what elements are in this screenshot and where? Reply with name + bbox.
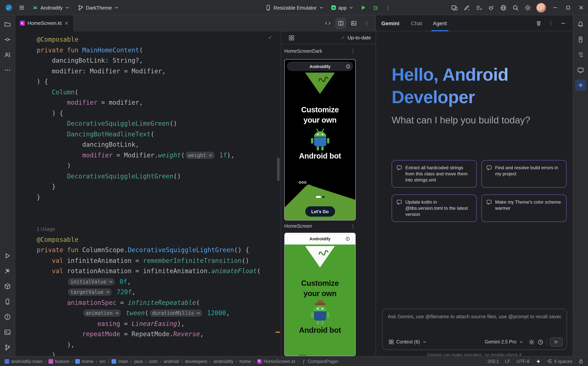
- code-line: [37, 213, 281, 223]
- editor-more-button[interactable]: ⋮: [361, 17, 373, 29]
- lets-go-button[interactable]: Let's Go: [305, 206, 335, 217]
- vcs-branch-selector[interactable]: DarkTheme: [75, 3, 122, 12]
- run-configuration-selector[interactable]: app: [328, 3, 357, 12]
- toolstrip-item-dependencies[interactable]: [2, 280, 13, 292]
- line-separator[interactable]: LF: [505, 358, 511, 364]
- settings-button[interactable]: [522, 2, 533, 13]
- suggestion-card-update-kotlin[interactable]: Update kotlin in @libs.version.toml to t…: [392, 194, 477, 222]
- breadcrumb-item[interactable]: developers: [185, 358, 207, 364]
- toolstrip-item-version-control[interactable]: [2, 342, 13, 353]
- breadcrumb-item[interactable]: src: [99, 358, 106, 364]
- preview-layout-icon[interactable]: [286, 32, 297, 43]
- breadcrumb-item[interactable]: java: [134, 358, 143, 364]
- breadcrumb-item[interactable]: ƒCompactPager: [301, 358, 338, 364]
- suggestion-card-build-errors[interactable]: Find and resolve build errors in my proj…: [481, 160, 567, 188]
- toolstrip-item-terminal[interactable]: [2, 326, 13, 338]
- breadcrumb-item[interactable]: androidify-main: [5, 358, 42, 364]
- context-selector[interactable]: Context (6): [386, 338, 429, 346]
- preview-more-button[interactable]: ⋮: [350, 223, 356, 229]
- tab-chat[interactable]: Chat: [405, 15, 428, 31]
- search-icon: [512, 4, 519, 11]
- editor-scrollbar[interactable]: [277, 157, 280, 181]
- toolstrip-item-project[interactable]: [2, 18, 13, 30]
- ai-pen-icon[interactable]: [461, 2, 472, 13]
- inspection-status-icon[interactable]: ✓: [268, 34, 272, 40]
- breadcrumb-item[interactable]: home: [240, 358, 251, 364]
- model-selector[interactable]: Gemini 2.5 Pro: [482, 338, 526, 346]
- main-menu-button[interactable]: [16, 2, 28, 13]
- history-button[interactable]: [538, 339, 543, 345]
- design-view-button[interactable]: [348, 17, 359, 29]
- user-avatar[interactable]: [536, 3, 546, 12]
- ai-status-icon[interactable]: [536, 358, 541, 364]
- indent-widget[interactable]: 4 spaces: [547, 358, 572, 364]
- toolstrip-item-build[interactable]: [2, 265, 13, 277]
- left-toolstrip: [0, 15, 15, 356]
- toolstrip-item-problems[interactable]: [2, 311, 13, 322]
- gemini-more-button[interactable]: ⋮: [545, 17, 557, 29]
- toolstrip-item-structure[interactable]: [575, 49, 586, 60]
- suggestion-card-extract-strings[interactable]: Extract all hardcoded strings from this …: [392, 160, 477, 188]
- breadcrumb-item[interactable]: com: [149, 358, 157, 364]
- preview-phone-homescreendark[interactable]: Androidify Customize your own Android bo…: [284, 59, 356, 221]
- breadcrumb-item[interactable]: home: [76, 358, 93, 364]
- file-encoding[interactable]: UTF-8: [517, 358, 530, 364]
- ai-debug-icon[interactable]: [485, 2, 497, 13]
- toolstrip-item-device-explorer[interactable]: [575, 34, 586, 45]
- toolstrip-item-run[interactable]: [2, 250, 13, 261]
- ai-network-icon[interactable]: [497, 2, 509, 13]
- caret-position[interactable]: 255:1: [488, 358, 499, 364]
- toolstrip-item-gemini[interactable]: [575, 79, 586, 91]
- send-icon: [554, 339, 559, 345]
- tab-label: HomeScreen.kt: [28, 20, 62, 26]
- alert-circle-icon: [4, 313, 11, 320]
- preview-more-button[interactable]: ⋮: [350, 48, 356, 54]
- chevron-down-icon: [422, 340, 427, 344]
- preview-phone-homescreen[interactable]: Androidify Customize your own: [284, 233, 356, 356]
- minimize-button[interactable]: [549, 0, 561, 15]
- toolstrip-item-logcat[interactable]: [2, 296, 13, 307]
- gemini-spark-icon: [577, 82, 584, 89]
- cast-icon: [577, 67, 584, 73]
- breadcrumb-item[interactable]: KHomeScreen.kt: [257, 358, 295, 364]
- device-selector[interactable]: Resizable Emulator: [262, 3, 327, 12]
- phone-icon: [4, 298, 11, 305]
- prompt-input[interactable]: Ask Gemini, use @filename to attach sour…: [382, 309, 567, 350]
- toolstrip-item-commit[interactable]: [2, 34, 13, 45]
- prompt-settings-button[interactable]: [529, 339, 535, 345]
- run-button[interactable]: [358, 2, 369, 13]
- debug-button[interactable]: [370, 2, 382, 13]
- tab-agent[interactable]: Agent: [428, 15, 452, 31]
- tab-close-icon[interactable]: ×: [64, 21, 69, 26]
- panel-title: Gemini: [381, 20, 399, 26]
- breadcrumb-item[interactable]: main: [112, 358, 128, 364]
- task-list-icon[interactable]: [473, 2, 484, 13]
- code-line: ): [37, 350, 281, 356]
- tab-homescreen-kt[interactable]: K HomeScreen.kt ×: [15, 15, 74, 31]
- search-button[interactable]: [510, 2, 521, 13]
- toolstrip-item-more[interactable]: [2, 64, 13, 76]
- split-view-button[interactable]: [335, 17, 347, 29]
- lock-icon[interactable]: [579, 359, 583, 364]
- kotlin-icon: K: [257, 359, 262, 364]
- toolstrip-item-running-devices[interactable]: [575, 64, 586, 76]
- hide-panel-button[interactable]: [557, 17, 569, 29]
- breadcrumb-item[interactable]: feature: [48, 358, 69, 364]
- toolstrip-item-notifications[interactable]: [575, 18, 586, 30]
- run-more-options-button[interactable]: ⋮: [382, 2, 394, 13]
- play-icon: [4, 252, 11, 259]
- running-devices-icon[interactable]: [449, 2, 460, 13]
- maximize-button[interactable]: [562, 0, 574, 15]
- code-view-button[interactable]: [322, 17, 334, 29]
- toolstrip-item-pull-requests[interactable]: [2, 49, 13, 60]
- suggestion-card-theme-warmer[interactable]: Make my Theme's color scheme warmer: [481, 194, 567, 222]
- code-editor[interactable]: @Composableprivate fun MainHomeContent( …: [15, 31, 281, 356]
- send-button[interactable]: [550, 337, 563, 347]
- close-button[interactable]: [575, 0, 587, 15]
- breadcrumb-item[interactable]: android: [164, 358, 179, 364]
- project-selector[interactable]: Androidify: [29, 3, 73, 12]
- clear-chat-button[interactable]: [533, 17, 544, 29]
- preview-toolbar: ✓ Up-to-date: [281, 31, 375, 44]
- breadcrumb-item[interactable]: androidify: [214, 358, 233, 364]
- code-line: modifier: Modifier = Modifier,: [37, 66, 281, 76]
